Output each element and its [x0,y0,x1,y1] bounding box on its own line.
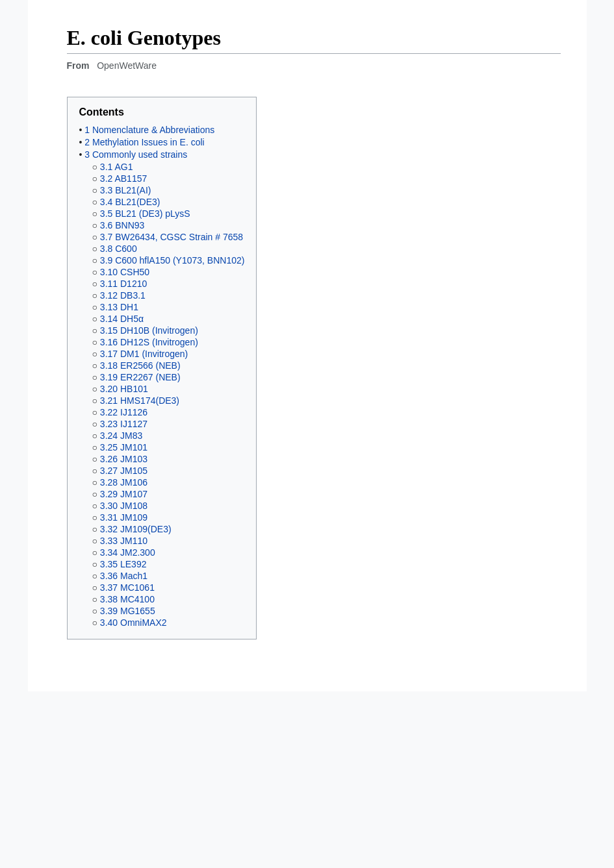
toc-sublink-3-26[interactable]: 3.26 JM103 [100,454,147,464]
toc-sublink-3-3[interactable]: 3.3 BL21(AI) [100,185,151,195]
toc-subitem-3-20: 3.20 HB101 [92,384,245,394]
toc-subitem-3-18: 3.18 ER2566 (NEB) [92,360,245,371]
toc-subitem-3-9: 3.9 C600 hflA150 (Y1073, BNN102) [92,255,245,266]
toc-subitem-3-5: 3.5 BL21 (DE3) pLysS [92,208,245,219]
toc-subitem-3-16: 3.16 DH12S (Invitrogen) [92,337,245,347]
toc-subitem-3-33: 3.33 JM110 [92,536,245,546]
toc-title: Contents [79,106,245,118]
toc-top-list: 1 Nomenclature & Abbreviations2 Methylat… [79,125,245,628]
toc-sublink-3-20[interactable]: 3.20 HB101 [100,384,148,394]
toc-subitem-3-17: 3.17 DM1 (Invitrogen) [92,349,245,359]
toc-sublink-3-8[interactable]: 3.8 C600 [100,243,137,254]
toc-subitem-3-11: 3.11 D1210 [92,279,245,289]
toc-sublink-3-39[interactable]: 3.39 MG1655 [100,606,155,616]
toc-sublink-3-1[interactable]: 3.1 AG1 [100,162,133,172]
toc-subitem-3-19: 3.19 ER2267 (NEB) [92,372,245,382]
toc-sublink-3-27[interactable]: 3.27 JM105 [100,465,147,476]
toc-subitem-3-13: 3.13 DH1 [92,302,245,312]
from-line: From OpenWetWare [67,60,561,71]
toc-sublink-3-36[interactable]: 3.36 Mach1 [100,571,147,581]
toc-sublink-3-32[interactable]: 3.32 JM109(DE3) [100,524,172,534]
toc-subitem-3-27: 3.27 JM105 [92,465,245,476]
toc-subitem-3-32: 3.32 JM109(DE3) [92,524,245,534]
toc-subitem-3-30: 3.30 JM108 [92,501,245,511]
toc-sublink-3-31[interactable]: 3.31 JM109 [100,512,147,523]
toc-subitem-3-14: 3.14 DH5α [92,314,245,324]
toc-sublink-3-30[interactable]: 3.30 JM108 [100,501,147,511]
toc-subitem-3-36: 3.36 Mach1 [92,571,245,581]
toc-subitem-3-3: 3.3 BL21(AI) [92,185,245,195]
toc-sublink-3-11[interactable]: 3.11 D1210 [100,279,147,289]
toc-subitem-3-21: 3.21 HMS174(DE3) [92,395,245,406]
toc-sublink-3-33[interactable]: 3.33 JM110 [100,536,147,546]
toc-sublink-3-18[interactable]: 3.18 ER2566 (NEB) [100,360,181,371]
from-source: OpenWetWare [97,60,157,71]
toc-link-3[interactable]: 3 Commonly used strains [84,149,187,160]
toc-sublink-3-22[interactable]: 3.22 IJ1126 [100,407,147,417]
toc-subitem-3-29: 3.29 JM107 [92,489,245,499]
page-wrapper: E. coli Genotypes From OpenWetWare Conte… [28,0,587,691]
toc-sublist-3: 3.1 AG13.2 AB11573.3 BL21(AI)3.4 BL21(DE… [92,162,245,628]
toc-subitem-3-22: 3.22 IJ1126 [92,407,245,417]
toc-subitem-3-34: 3.34 JM2.300 [92,547,245,558]
toc-sublink-3-29[interactable]: 3.29 JM107 [100,489,147,499]
toc-subitem-3-15: 3.15 DH10B (Invitrogen) [92,325,245,336]
toc-sublink-3-19[interactable]: 3.19 ER2267 (NEB) [100,372,181,382]
toc-sublink-3-15[interactable]: 3.15 DH10B (Invitrogen) [100,325,198,336]
toc-sublink-3-38[interactable]: 3.38 MC4100 [100,594,155,604]
toc-subitem-3-40: 3.40 OmniMAX2 [92,617,245,628]
toc-sublink-3-13[interactable]: 3.13 DH1 [100,302,138,312]
toc-link-2[interactable]: 2 Methylation Issues in E. coli [84,137,204,147]
toc-sublink-3-4[interactable]: 3.4 BL21(DE3) [100,197,160,207]
toc-sublink-3-24[interactable]: 3.24 JM83 [100,430,142,441]
toc-sublink-3-37[interactable]: 3.37 MC1061 [100,582,155,593]
toc-sublink-3-16[interactable]: 3.16 DH12S (Invitrogen) [100,337,198,347]
toc-sublink-3-23[interactable]: 3.23 IJ1127 [100,419,147,429]
toc-subitem-3-7: 3.7 BW26434, CGSC Strain # 7658 [92,232,245,242]
toc-subitem-3-31: 3.31 JM109 [92,512,245,523]
toc-subitem-3-37: 3.37 MC1061 [92,582,245,593]
toc-sublink-3-9[interactable]: 3.9 C600 hflA150 (Y1073, BNN102) [100,255,245,266]
toc-subitem-3-6: 3.6 BNN93 [92,220,245,230]
toc-item-3: 3 Commonly used strains3.1 AG13.2 AB1157… [79,149,245,628]
toc-sublink-3-35[interactable]: 3.35 LE392 [100,559,147,569]
toc-sublink-3-25[interactable]: 3.25 JM101 [100,442,147,453]
toc-subitem-3-2: 3.2 AB1157 [92,173,245,184]
toc-sublink-3-17[interactable]: 3.17 DM1 (Invitrogen) [100,349,188,359]
from-label: From [67,60,90,71]
toc-subitem-3-39: 3.39 MG1655 [92,606,245,616]
page-title: E. coli Genotypes [67,26,561,54]
toc-sublink-3-14[interactable]: 3.14 DH5α [100,314,144,324]
toc-sublink-3-28[interactable]: 3.28 JM106 [100,477,147,488]
toc-sublink-3-34[interactable]: 3.34 JM2.300 [100,547,155,558]
toc-item-2: 2 Methylation Issues in E. coli [79,137,245,147]
toc-subitem-3-1: 3.1 AG1 [92,162,245,172]
toc-subitem-3-23: 3.23 IJ1127 [92,419,245,429]
toc-subitem-3-25: 3.25 JM101 [92,442,245,453]
toc-sublink-3-5[interactable]: 3.5 BL21 (DE3) pLysS [100,208,190,219]
toc-sublink-3-21[interactable]: 3.21 HMS174(DE3) [100,395,179,406]
toc-subitem-3-28: 3.28 JM106 [92,477,245,488]
toc-box: Contents 1 Nomenclature & Abbreviations2… [67,97,257,639]
toc-sublink-3-12[interactable]: 3.12 DB3.1 [100,290,146,301]
toc-subitem-3-12: 3.12 DB3.1 [92,290,245,301]
toc-subitem-3-24: 3.24 JM83 [92,430,245,441]
toc-subitem-3-4: 3.4 BL21(DE3) [92,197,245,207]
toc-subitem-3-8: 3.8 C600 [92,243,245,254]
toc-subitem-3-10: 3.10 CSH50 [92,267,245,277]
toc-link-1[interactable]: 1 Nomenclature & Abbreviations [84,125,214,135]
toc-item-1: 1 Nomenclature & Abbreviations [79,125,245,135]
toc-subitem-3-26: 3.26 JM103 [92,454,245,464]
toc-sublink-3-10[interactable]: 3.10 CSH50 [100,267,149,277]
toc-subitem-3-38: 3.38 MC4100 [92,594,245,604]
toc-subitem-3-35: 3.35 LE392 [92,559,245,569]
toc-sublink-3-6[interactable]: 3.6 BNN93 [100,220,144,230]
toc-sublink-3-7[interactable]: 3.7 BW26434, CGSC Strain # 7658 [100,232,243,242]
toc-sublink-3-2[interactable]: 3.2 AB1157 [100,173,147,184]
toc-sublink-3-40[interactable]: 3.40 OmniMAX2 [100,617,167,628]
